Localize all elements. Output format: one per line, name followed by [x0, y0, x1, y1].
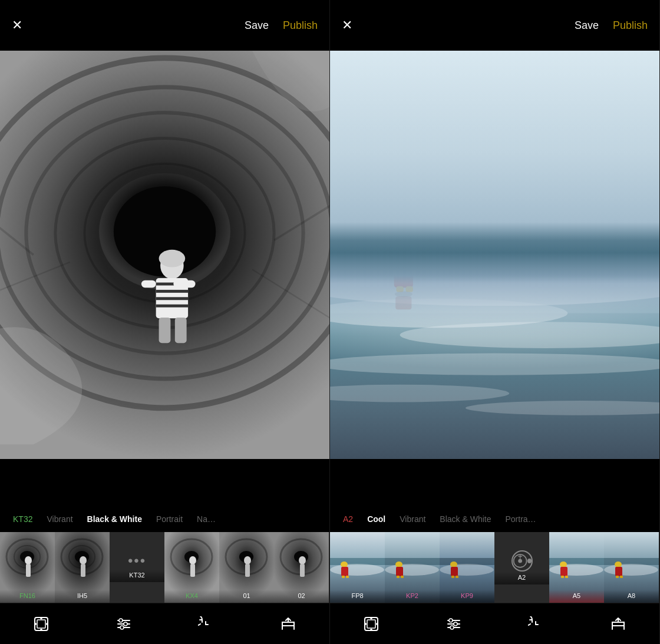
svg-point-74: [330, 299, 567, 328]
svg-rect-123: [615, 567, 622, 576]
right-photo-area: [330, 51, 659, 459]
svg-rect-17: [141, 280, 156, 288]
right-close-button[interactable]: ✕: [342, 19, 352, 32]
svg-rect-28: [26, 564, 31, 577]
left-filter-icon: [33, 616, 50, 632]
right-filter-kp2-label: KP2: [385, 590, 440, 603]
right-filter-kp9[interactable]: KP9: [440, 532, 494, 603]
right-filter-a5[interactable]: A5: [549, 532, 604, 603]
svg-point-103: [440, 564, 494, 576]
svg-point-9: [159, 250, 186, 267]
right-header-right: Save Publish: [575, 19, 648, 32]
left-category-kt32[interactable]: KT32: [6, 506, 39, 532]
left-filter-kt32[interactable]: ••• KT32: [110, 532, 164, 603]
svg-point-131: [376, 623, 378, 625]
left-filter-thumbs: FN16: [0, 532, 329, 603]
left-category-bw[interactable]: Black & White: [80, 506, 149, 532]
svg-rect-124: [616, 576, 619, 578]
left-header: ✕ Save Publish: [0, 0, 329, 51]
svg-rect-49: [300, 564, 305, 577]
svg-point-33: [80, 556, 87, 564]
right-publish-button[interactable]: Publish: [613, 19, 648, 32]
right-filter-kp2[interactable]: KP2: [385, 532, 440, 603]
left-filter-02[interactable]: 02: [274, 532, 329, 603]
svg-point-137: [450, 626, 454, 629]
svg-point-55: [46, 623, 48, 625]
right-filter-fp8[interactable]: FP8: [330, 532, 385, 603]
svg-point-114: [549, 564, 603, 576]
svg-point-76: [330, 354, 659, 375]
right-toolbar-filter[interactable]: [363, 616, 380, 632]
right-category-vibrant[interactable]: Vibrant: [392, 506, 433, 532]
right-category-bw[interactable]: Black & White: [433, 506, 498, 532]
left-filter-01-label: 01: [219, 590, 274, 603]
left-toolbar-share[interactable]: [280, 616, 296, 632]
left-filter-kx4[interactable]: KX4: [164, 532, 219, 603]
svg-point-128: [370, 629, 372, 631]
dots-icon: •••: [128, 553, 146, 569]
left-close-button[interactable]: ✕: [12, 19, 22, 32]
left-save-button[interactable]: Save: [245, 19, 269, 32]
svg-rect-44: [245, 564, 250, 577]
svg-rect-13: [156, 297, 188, 300]
left-filter-01[interactable]: 01: [219, 532, 274, 603]
left-filter-02-label: 02: [274, 590, 329, 603]
svg-point-129: [370, 617, 372, 619]
right-header-left: ✕: [342, 19, 352, 32]
svg-rect-83: [396, 286, 403, 292]
right-toolbar-history[interactable]: [527, 616, 544, 632]
right-filter-categories: A2 Cool Vibrant Black & White Portra…: [330, 506, 659, 532]
right-header: ✕ Save Publish: [330, 0, 659, 51]
right-category-portrait[interactable]: Portra…: [498, 506, 543, 532]
svg-point-77: [330, 385, 509, 402]
left-toolbar-filter[interactable]: [33, 616, 50, 632]
left-category-na[interactable]: Na…: [190, 506, 223, 532]
svg-rect-127: [367, 620, 375, 628]
svg-point-85: [395, 291, 412, 297]
right-filter-a8[interactable]: A8: [604, 532, 659, 603]
svg-rect-72: [330, 244, 659, 255]
right-toolbar-share[interactable]: [610, 616, 626, 632]
right-history-icon: [527, 616, 544, 632]
svg-point-81: [395, 250, 412, 266]
svg-point-43: [244, 556, 251, 564]
right-save-button[interactable]: Save: [575, 19, 599, 32]
svg-point-52: [40, 629, 42, 631]
right-photo: [330, 51, 659, 459]
left-filter-fn16[interactable]: FN16: [0, 532, 55, 603]
svg-rect-70: [330, 226, 659, 459]
svg-point-48: [299, 556, 306, 564]
svg-rect-18: [173, 280, 195, 288]
svg-point-75: [400, 322, 659, 348]
right-filter-a2-label: A2: [494, 572, 549, 584]
left-category-vibrant[interactable]: Vibrant: [39, 506, 80, 532]
svg-point-122: [615, 562, 622, 567]
left-toolbar-adjust[interactable]: [116, 616, 132, 632]
left-toolbar-history[interactable]: [197, 616, 214, 632]
svg-point-59: [119, 619, 123, 622]
svg-point-96: [385, 564, 439, 576]
svg-rect-16: [175, 318, 187, 343]
right-panel: ✕ Save Publish: [330, 0, 660, 644]
left-filter-ih5[interactable]: IH5: [55, 532, 110, 603]
right-toolbar-adjust[interactable]: [446, 616, 462, 632]
right-category-cool[interactable]: Cool: [360, 506, 392, 532]
right-filter-kp9-label: KP9: [440, 590, 494, 603]
svg-rect-100: [401, 576, 404, 578]
left-category-portrait[interactable]: Portrait: [149, 506, 190, 532]
left-publish-button[interactable]: Publish: [283, 19, 318, 32]
svg-point-79: [330, 271, 659, 283]
left-photo-area: [0, 51, 329, 459]
right-filter-a5-label: A5: [549, 590, 604, 603]
left-filter-ih5-label: IH5: [55, 590, 110, 603]
svg-point-104: [450, 562, 457, 567]
right-category-a2[interactable]: A2: [336, 506, 360, 532]
svg-point-109: [518, 559, 522, 563]
svg-point-130: [364, 623, 367, 625]
right-filter-a2[interactable]: A2: [494, 532, 549, 603]
svg-point-136: [454, 622, 457, 626]
svg-rect-107: [456, 576, 458, 578]
left-history-icon: [197, 616, 214, 632]
svg-rect-116: [560, 567, 567, 576]
left-adjust-icon: [116, 616, 132, 632]
